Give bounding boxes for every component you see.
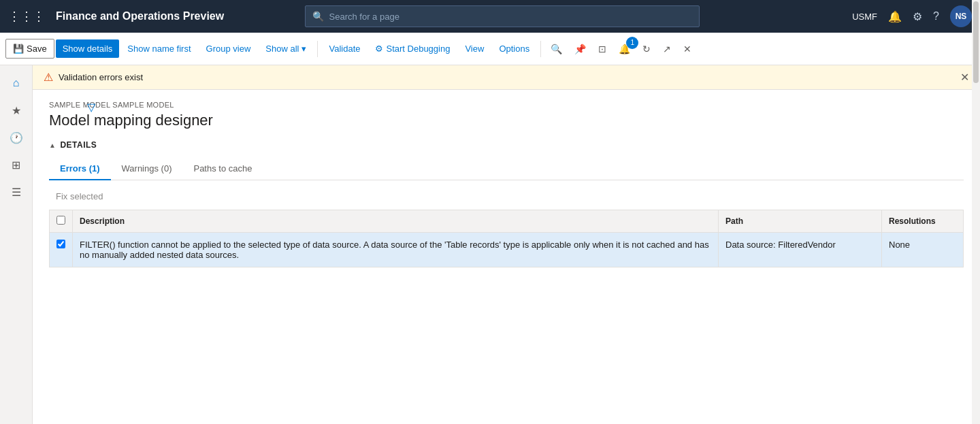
errors-table: Description Path Resolutions bbox=[49, 210, 964, 267]
start-debugging-button[interactable]: ⚙ Start Debugging bbox=[368, 39, 457, 58]
alert-badge: 1 bbox=[626, 37, 638, 49]
company-label: USMF bbox=[852, 12, 877, 22]
alert-close-button[interactable]: ✕ bbox=[960, 71, 969, 84]
group-view-button[interactable]: Group view bbox=[199, 39, 258, 58]
main-layout: ⌂ ★ 🕐 ⊞ ☰ ⚠ Validation errors exist ✕ ▽ … bbox=[0, 65, 980, 424]
debug-icon: ⚙ bbox=[375, 44, 383, 54]
save-button[interactable]: 💾 Save bbox=[5, 39, 54, 59]
close-icon[interactable]: ✕ bbox=[678, 39, 697, 59]
scrollbar[interactable] bbox=[972, 0, 980, 424]
section-header: ▲ DETAILS bbox=[49, 140, 964, 150]
row-description-cell: FILTER() function cannot be applied to t… bbox=[73, 233, 719, 267]
search-icon: 🔍 bbox=[312, 11, 324, 22]
page-content: ▽ SAMPLE MODEL SAMPLE MODEL Model mappin… bbox=[33, 90, 980, 424]
top-nav-right: USMF 🔔 ⚙ ? NS bbox=[852, 5, 972, 27]
sidebar-item-modules[interactable]: ☰ bbox=[4, 180, 29, 204]
options-button[interactable]: Options bbox=[492, 39, 536, 58]
scroll-thumb[interactable] bbox=[973, 1, 979, 83]
section-chevron-icon[interactable]: ▲ bbox=[49, 142, 56, 149]
top-navigation: ⋮⋮⋮ Finance and Operations Preview 🔍 USM… bbox=[0, 0, 980, 33]
show-details-button[interactable]: Show details bbox=[56, 39, 120, 58]
col-header-resolutions: Resolutions bbox=[882, 210, 964, 233]
tab-paths-to-cache[interactable]: Paths to cache bbox=[182, 158, 263, 180]
alert-message: Validation errors exist bbox=[59, 72, 143, 82]
table-row[interactable]: FILTER() function cannot be applied to t… bbox=[50, 233, 964, 267]
select-all-checkbox[interactable] bbox=[56, 216, 65, 225]
sidebar-item-favorites[interactable]: ★ bbox=[4, 98, 29, 123]
sidebar-item-workspaces[interactable]: ⊞ bbox=[4, 152, 29, 177]
alert-banner: ⚠ Validation errors exist ✕ bbox=[33, 65, 980, 90]
separator-2 bbox=[540, 41, 541, 57]
row-checkbox[interactable] bbox=[56, 240, 65, 248]
save-icon: 💾 bbox=[13, 44, 24, 54]
avatar[interactable]: NS bbox=[950, 5, 972, 27]
row-check-cell[interactable] bbox=[50, 233, 73, 267]
grid-menu-icon[interactable]: ⋮⋮⋮ bbox=[8, 9, 45, 24]
tab-errors[interactable]: Errors (1) bbox=[49, 158, 111, 180]
fix-selected-button[interactable]: Fix selected bbox=[49, 189, 110, 204]
search-toolbar-icon[interactable]: 🔍 bbox=[545, 39, 568, 59]
col-header-path: Path bbox=[719, 210, 882, 233]
open-in-new-icon[interactable]: ↗ bbox=[657, 39, 676, 59]
show-all-button[interactable]: Show all ▾ bbox=[259, 39, 313, 58]
refresh-icon[interactable]: ↻ bbox=[637, 39, 656, 59]
show-name-first-button[interactable]: Show name first bbox=[120, 39, 197, 58]
section-label: DETAILS bbox=[60, 140, 97, 150]
sidebar-item-home[interactable]: ⌂ bbox=[4, 71, 29, 95]
badge-wrap: 🔔 1 bbox=[613, 39, 636, 59]
panel-icon[interactable]: ⊡ bbox=[593, 39, 612, 59]
pin-icon[interactable]: 📌 bbox=[569, 39, 591, 59]
global-search[interactable]: 🔍 bbox=[305, 5, 700, 27]
page-title: Model mapping designer bbox=[49, 112, 964, 129]
separator-1 bbox=[317, 41, 318, 57]
search-input[interactable] bbox=[329, 12, 692, 22]
row-path-cell: Data source: FilteredVendor bbox=[719, 233, 882, 267]
app-title: Finance and Operations Preview bbox=[56, 10, 224, 22]
filter-icon[interactable]: ▽ bbox=[87, 101, 95, 114]
col-header-check bbox=[50, 210, 73, 233]
notification-bell-icon[interactable]: 🔔 bbox=[888, 10, 902, 23]
tab-warnings[interactable]: Warnings (0) bbox=[111, 158, 183, 180]
validate-button[interactable]: Validate bbox=[322, 39, 367, 58]
toolbar: 💾 Save Show details Show name first Grou… bbox=[0, 33, 980, 65]
main-content: ⚠ Validation errors exist ✕ ▽ SAMPLE MOD… bbox=[33, 65, 980, 424]
col-header-description: Description bbox=[73, 210, 719, 233]
sidebar-item-recent[interactable]: 🕐 bbox=[4, 125, 29, 150]
row-resolutions-cell: None bbox=[882, 233, 964, 267]
breadcrumb: SAMPLE MODEL SAMPLE MODEL bbox=[49, 101, 964, 109]
settings-gear-icon[interactable]: ⚙ bbox=[913, 10, 922, 23]
left-sidebar: ⌂ ★ 🕐 ⊞ ☰ bbox=[0, 65, 33, 424]
help-icon[interactable]: ? bbox=[933, 10, 939, 22]
tabs: Errors (1) Warnings (0) Paths to cache bbox=[49, 158, 964, 180]
chevron-down-icon: ▾ bbox=[301, 44, 306, 54]
alert-warning-icon: ⚠ bbox=[44, 71, 53, 84]
view-button[interactable]: View bbox=[458, 39, 491, 58]
